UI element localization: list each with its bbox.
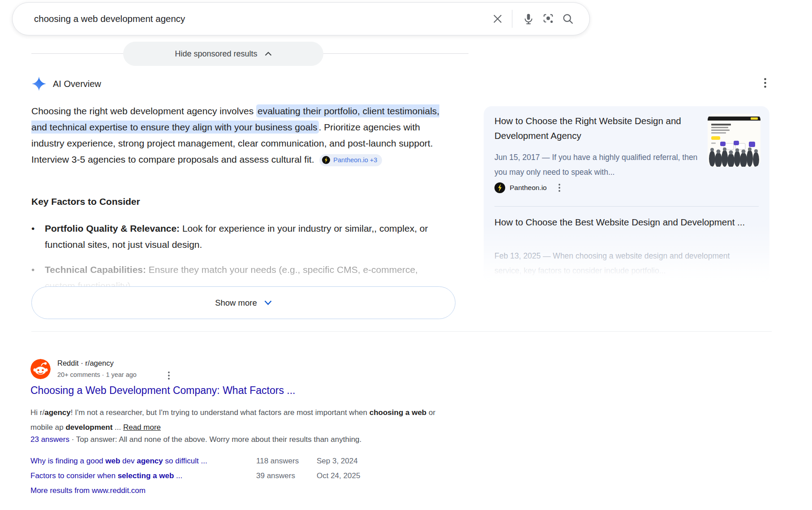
- clear-icon[interactable]: [488, 9, 507, 29]
- source-result-snippet: Feb 13, 2025 — When choosing a website d…: [494, 249, 750, 278]
- link-bold: agency: [137, 457, 163, 465]
- chevron-down-icon: [264, 300, 272, 305]
- card-divider: [494, 206, 759, 207]
- link-text: Factors to consider when: [30, 471, 118, 480]
- snippet-bold: choosing a web: [369, 408, 427, 417]
- hide-sponsored-button[interactable]: Hide sponsored results: [123, 42, 323, 66]
- lens-icon[interactable]: [538, 9, 558, 29]
- bullet-label: Technical Capabilities:: [45, 264, 146, 275]
- ai-overview-sources-card: How to Choose the Right Website Design a…: [484, 106, 769, 282]
- link-text: ...: [174, 471, 182, 480]
- thread-answer-count: 118 answers: [256, 457, 299, 466]
- search-input[interactable]: choosing a web development agency: [13, 13, 488, 24]
- result-title-link[interactable]: Choosing a Web Development Company: What…: [30, 385, 295, 397]
- link-text: so difficult ...: [163, 457, 207, 465]
- related-thread-link[interactable]: Factors to consider when selecting a web…: [30, 471, 182, 480]
- result-meta: 20+ comments · 1 year ago: [57, 371, 137, 378]
- result-kebab-menu-icon[interactable]: [559, 184, 560, 192]
- source-result-thumbnail[interactable]: [708, 114, 760, 167]
- link-bold: selecting a web: [118, 471, 174, 480]
- reddit-logo[interactable]: [30, 359, 51, 379]
- paragraph-text: Choosing the right web development agenc…: [31, 106, 256, 116]
- bullet-dot: •: [31, 220, 45, 253]
- related-thread-link[interactable]: Why is finding a good web dev agency so …: [30, 457, 207, 466]
- results-section-divider: [31, 331, 772, 332]
- source-chip-label: Pantheon.io +3: [333, 152, 377, 168]
- search-bar: choosing a web development agency: [12, 2, 590, 35]
- ai-overview-kebab-menu-icon[interactable]: [759, 76, 771, 90]
- source-result-title[interactable]: How to Choose the Best Website Design an…: [494, 215, 750, 229]
- snippet-text: ! I'm not a researcher, but I'm trying t…: [71, 408, 369, 417]
- snippet-text: ...: [112, 423, 123, 432]
- thread-date: Sep 3, 2024: [317, 457, 358, 466]
- ai-overview-label: AI Overview: [53, 79, 101, 89]
- answers-summary: 23 answers · Top answer: All and none of…: [30, 435, 361, 444]
- chevron-up-icon: [265, 52, 272, 56]
- top-answer-text: · Top answer: All and none of the above.…: [69, 435, 361, 444]
- key-factors-heading: Key Factors to Consider: [31, 196, 140, 207]
- show-more-button[interactable]: Show more: [31, 286, 455, 319]
- searchbar-icons: [519, 9, 589, 29]
- source-attribution-row[interactable]: Pantheon.io: [494, 182, 560, 193]
- source-result-snippet: Jun 15, 2017 — If you have a highly qual…: [494, 150, 709, 180]
- bullet-label: Portfolio Quality & Relevance:: [45, 223, 180, 233]
- pantheon-logo: [322, 156, 330, 164]
- snippet-text: Hi r/: [30, 408, 44, 417]
- read-more-link[interactable]: Read more: [123, 423, 161, 432]
- ai-overview-paragraph: Choosing the right web development agenc…: [31, 103, 455, 168]
- list-item: • Portfolio Quality & Relevance: Look fo…: [31, 220, 430, 253]
- ai-overview-header: AI Overview: [31, 76, 101, 91]
- show-more-label: Show more: [215, 298, 257, 308]
- thread-date: Oct 24, 2025: [317, 471, 360, 480]
- link-text: dev: [120, 457, 137, 465]
- result-kebab-menu-icon[interactable]: [164, 370, 174, 381]
- result-snippet: Hi r/agency! I'm not a researcher, but I…: [30, 405, 456, 435]
- source-chip[interactable]: Pantheon.io +3: [319, 154, 382, 166]
- search-icon[interactable]: [558, 9, 578, 29]
- mic-icon[interactable]: [519, 9, 538, 29]
- searchbar-divider: [512, 10, 512, 28]
- google-search-results-page: choosing a web development agency: [0, 0, 812, 510]
- link-text: Why is finding a good: [30, 457, 105, 465]
- result-source-name[interactable]: Reddit · r/agency: [57, 359, 114, 367]
- sparkle-icon: [31, 76, 47, 91]
- source-result-title[interactable]: How to Choose the Right Website Design a…: [494, 113, 709, 143]
- snippet-bold: development: [65, 423, 112, 432]
- link-bold: web: [105, 457, 120, 465]
- more-results-link[interactable]: More results from www.reddit.com: [30, 486, 146, 495]
- thread-answer-count: 39 answers: [256, 471, 295, 480]
- source-site-name: Pantheon.io: [510, 184, 547, 192]
- snippet-bold: agency: [44, 408, 71, 417]
- hide-sponsored-label: Hide sponsored results: [175, 49, 257, 59]
- answers-count-link[interactable]: 23 answers: [30, 435, 69, 444]
- pantheon-logo: [494, 182, 505, 193]
- bullet-text: Portfolio Quality & Relevance: Look for …: [45, 220, 430, 253]
